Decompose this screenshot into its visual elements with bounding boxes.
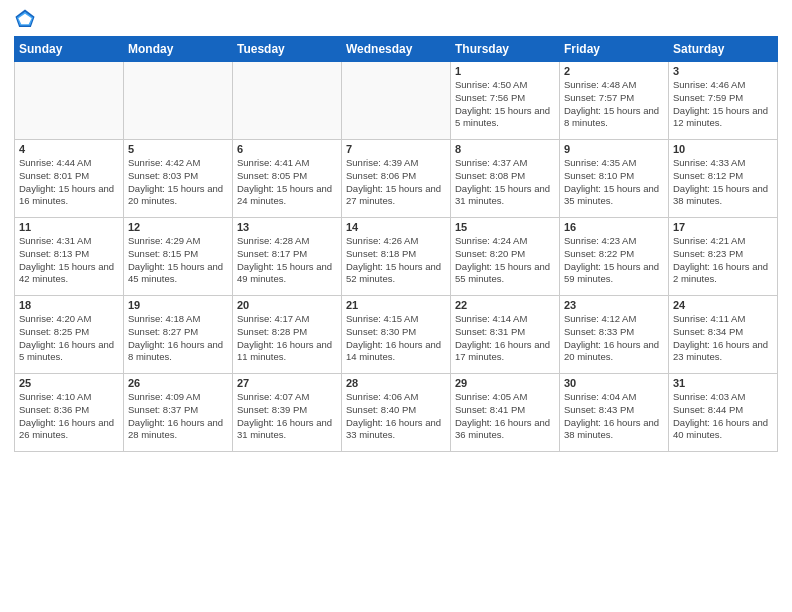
day-info: Sunrise: 4:26 AM Sunset: 8:18 PM Dayligh… xyxy=(346,235,446,286)
logo xyxy=(14,10,40,30)
day-number: 23 xyxy=(564,299,664,311)
day-number: 25 xyxy=(19,377,119,389)
day-number: 24 xyxy=(673,299,773,311)
day-number: 9 xyxy=(564,143,664,155)
header-row: SundayMondayTuesdayWednesdayThursdayFrid… xyxy=(15,37,778,62)
day-cell: 23Sunrise: 4:12 AM Sunset: 8:33 PM Dayli… xyxy=(560,296,669,374)
day-info: Sunrise: 4:03 AM Sunset: 8:44 PM Dayligh… xyxy=(673,391,773,442)
day-cell: 27Sunrise: 4:07 AM Sunset: 8:39 PM Dayli… xyxy=(233,374,342,452)
day-cell: 9Sunrise: 4:35 AM Sunset: 8:10 PM Daylig… xyxy=(560,140,669,218)
day-cell: 6Sunrise: 4:41 AM Sunset: 8:05 PM Daylig… xyxy=(233,140,342,218)
day-number: 12 xyxy=(128,221,228,233)
day-cell: 25Sunrise: 4:10 AM Sunset: 8:36 PM Dayli… xyxy=(15,374,124,452)
day-cell: 21Sunrise: 4:15 AM Sunset: 8:30 PM Dayli… xyxy=(342,296,451,374)
day-number: 1 xyxy=(455,65,555,77)
header-saturday: Saturday xyxy=(669,37,778,62)
header-tuesday: Tuesday xyxy=(233,37,342,62)
day-cell: 7Sunrise: 4:39 AM Sunset: 8:06 PM Daylig… xyxy=(342,140,451,218)
day-number: 5 xyxy=(128,143,228,155)
header-thursday: Thursday xyxy=(451,37,560,62)
day-number: 27 xyxy=(237,377,337,389)
day-info: Sunrise: 4:31 AM Sunset: 8:13 PM Dayligh… xyxy=(19,235,119,286)
day-number: 13 xyxy=(237,221,337,233)
calendar: SundayMondayTuesdayWednesdayThursdayFrid… xyxy=(14,36,778,452)
day-number: 26 xyxy=(128,377,228,389)
day-number: 8 xyxy=(455,143,555,155)
day-cell: 16Sunrise: 4:23 AM Sunset: 8:22 PM Dayli… xyxy=(560,218,669,296)
day-cell: 3Sunrise: 4:46 AM Sunset: 7:59 PM Daylig… xyxy=(669,62,778,140)
week-row-4: 18Sunrise: 4:20 AM Sunset: 8:25 PM Dayli… xyxy=(15,296,778,374)
day-number: 31 xyxy=(673,377,773,389)
day-cell: 17Sunrise: 4:21 AM Sunset: 8:23 PM Dayli… xyxy=(669,218,778,296)
day-info: Sunrise: 4:05 AM Sunset: 8:41 PM Dayligh… xyxy=(455,391,555,442)
day-cell xyxy=(233,62,342,140)
day-number: 7 xyxy=(346,143,446,155)
day-number: 30 xyxy=(564,377,664,389)
header-monday: Monday xyxy=(124,37,233,62)
day-cell: 12Sunrise: 4:29 AM Sunset: 8:15 PM Dayli… xyxy=(124,218,233,296)
day-info: Sunrise: 4:11 AM Sunset: 8:34 PM Dayligh… xyxy=(673,313,773,364)
day-info: Sunrise: 4:06 AM Sunset: 8:40 PM Dayligh… xyxy=(346,391,446,442)
day-info: Sunrise: 4:37 AM Sunset: 8:08 PM Dayligh… xyxy=(455,157,555,208)
day-cell: 20Sunrise: 4:17 AM Sunset: 8:28 PM Dayli… xyxy=(233,296,342,374)
day-cell xyxy=(342,62,451,140)
day-number: 21 xyxy=(346,299,446,311)
day-info: Sunrise: 4:18 AM Sunset: 8:27 PM Dayligh… xyxy=(128,313,228,364)
day-number: 6 xyxy=(237,143,337,155)
day-cell: 15Sunrise: 4:24 AM Sunset: 8:20 PM Dayli… xyxy=(451,218,560,296)
day-cell: 1Sunrise: 4:50 AM Sunset: 7:56 PM Daylig… xyxy=(451,62,560,140)
day-cell: 14Sunrise: 4:26 AM Sunset: 8:18 PM Dayli… xyxy=(342,218,451,296)
day-number: 18 xyxy=(19,299,119,311)
day-number: 14 xyxy=(346,221,446,233)
day-info: Sunrise: 4:44 AM Sunset: 8:01 PM Dayligh… xyxy=(19,157,119,208)
logo-icon xyxy=(14,8,36,30)
day-number: 2 xyxy=(564,65,664,77)
day-cell: 28Sunrise: 4:06 AM Sunset: 8:40 PM Dayli… xyxy=(342,374,451,452)
day-info: Sunrise: 4:17 AM Sunset: 8:28 PM Dayligh… xyxy=(237,313,337,364)
week-row-5: 25Sunrise: 4:10 AM Sunset: 8:36 PM Dayli… xyxy=(15,374,778,452)
day-cell xyxy=(124,62,233,140)
day-info: Sunrise: 4:04 AM Sunset: 8:43 PM Dayligh… xyxy=(564,391,664,442)
day-number: 10 xyxy=(673,143,773,155)
week-row-2: 4Sunrise: 4:44 AM Sunset: 8:01 PM Daylig… xyxy=(15,140,778,218)
day-cell: 11Sunrise: 4:31 AM Sunset: 8:13 PM Dayli… xyxy=(15,218,124,296)
day-cell: 13Sunrise: 4:28 AM Sunset: 8:17 PM Dayli… xyxy=(233,218,342,296)
day-number: 22 xyxy=(455,299,555,311)
week-row-1: 1Sunrise: 4:50 AM Sunset: 7:56 PM Daylig… xyxy=(15,62,778,140)
day-cell: 2Sunrise: 4:48 AM Sunset: 7:57 PM Daylig… xyxy=(560,62,669,140)
day-info: Sunrise: 4:20 AM Sunset: 8:25 PM Dayligh… xyxy=(19,313,119,364)
day-cell: 4Sunrise: 4:44 AM Sunset: 8:01 PM Daylig… xyxy=(15,140,124,218)
day-info: Sunrise: 4:15 AM Sunset: 8:30 PM Dayligh… xyxy=(346,313,446,364)
calendar-body: 1Sunrise: 4:50 AM Sunset: 7:56 PM Daylig… xyxy=(15,62,778,452)
day-cell: 18Sunrise: 4:20 AM Sunset: 8:25 PM Dayli… xyxy=(15,296,124,374)
day-number: 15 xyxy=(455,221,555,233)
day-info: Sunrise: 4:14 AM Sunset: 8:31 PM Dayligh… xyxy=(455,313,555,364)
header xyxy=(14,10,778,30)
header-sunday: Sunday xyxy=(15,37,124,62)
day-info: Sunrise: 4:39 AM Sunset: 8:06 PM Dayligh… xyxy=(346,157,446,208)
day-info: Sunrise: 4:24 AM Sunset: 8:20 PM Dayligh… xyxy=(455,235,555,286)
day-info: Sunrise: 4:29 AM Sunset: 8:15 PM Dayligh… xyxy=(128,235,228,286)
day-number: 19 xyxy=(128,299,228,311)
header-friday: Friday xyxy=(560,37,669,62)
day-info: Sunrise: 4:41 AM Sunset: 8:05 PM Dayligh… xyxy=(237,157,337,208)
day-number: 29 xyxy=(455,377,555,389)
day-number: 17 xyxy=(673,221,773,233)
day-cell: 5Sunrise: 4:42 AM Sunset: 8:03 PM Daylig… xyxy=(124,140,233,218)
calendar-header: SundayMondayTuesdayWednesdayThursdayFrid… xyxy=(15,37,778,62)
day-info: Sunrise: 4:33 AM Sunset: 8:12 PM Dayligh… xyxy=(673,157,773,208)
page: SundayMondayTuesdayWednesdayThursdayFrid… xyxy=(0,0,792,612)
day-info: Sunrise: 4:28 AM Sunset: 8:17 PM Dayligh… xyxy=(237,235,337,286)
day-cell: 8Sunrise: 4:37 AM Sunset: 8:08 PM Daylig… xyxy=(451,140,560,218)
day-number: 11 xyxy=(19,221,119,233)
day-cell: 24Sunrise: 4:11 AM Sunset: 8:34 PM Dayli… xyxy=(669,296,778,374)
day-cell: 26Sunrise: 4:09 AM Sunset: 8:37 PM Dayli… xyxy=(124,374,233,452)
day-info: Sunrise: 4:50 AM Sunset: 7:56 PM Dayligh… xyxy=(455,79,555,130)
day-number: 3 xyxy=(673,65,773,77)
header-wednesday: Wednesday xyxy=(342,37,451,62)
day-cell: 29Sunrise: 4:05 AM Sunset: 8:41 PM Dayli… xyxy=(451,374,560,452)
day-cell: 10Sunrise: 4:33 AM Sunset: 8:12 PM Dayli… xyxy=(669,140,778,218)
day-info: Sunrise: 4:48 AM Sunset: 7:57 PM Dayligh… xyxy=(564,79,664,130)
day-info: Sunrise: 4:21 AM Sunset: 8:23 PM Dayligh… xyxy=(673,235,773,286)
day-cell: 30Sunrise: 4:04 AM Sunset: 8:43 PM Dayli… xyxy=(560,374,669,452)
